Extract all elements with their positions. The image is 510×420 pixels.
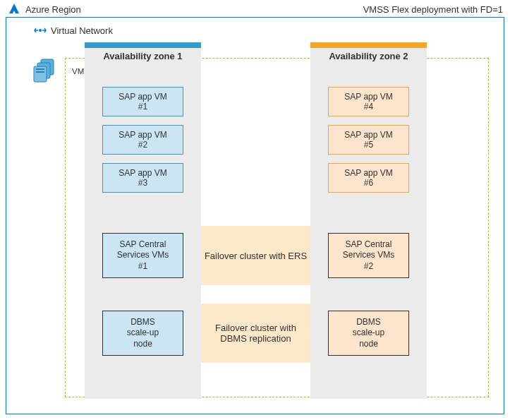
azure-logo-icon [7,2,21,16]
svg-point-0 [39,29,42,32]
dbms-node-2: DBMS scale-up node [328,311,409,356]
header-bar: Azure Region VMSS Flex deployment with F… [7,2,503,16]
vnet-icon [34,24,47,37]
sap-app-vm-2: SAP app VM #2 [102,125,183,155]
sap-app-vm-1: SAP app VM #1 [102,87,183,116]
sap-app-vm-5: SAP app VM #5 [328,125,409,155]
sap-central-services-1: SAP Central Services VMs #1 [102,233,183,278]
servers-icon [31,56,59,87]
azure-region-label: Azure Region [7,2,81,16]
failover-ers-label: Failover cluster with ERS [205,251,307,261]
vnet-text: Virtual Network [51,25,113,36]
sap-app-vm-3: SAP app VM #3 [102,163,183,193]
az1-headerbar [85,42,201,48]
deployment-text: VMSS Flex deployment with FD=1 [363,4,503,15]
virtual-network-label: Virtual Network [34,24,113,37]
failover-dbms-label: Failover cluster with DBMS replication [215,323,296,344]
svg-rect-4 [36,68,44,70]
region-text: Azure Region [25,4,81,15]
az1-title: Availability zone 1 [85,51,201,66]
sap-app-vm-6: SAP app VM #6 [328,163,409,193]
az2-headerbar [310,42,427,48]
dbms-node-1: DBMS scale-up node [102,311,183,356]
az2-title: Availability zone 2 [310,51,427,66]
sap-app-vm-4: SAP app VM #4 [328,87,409,116]
svg-rect-5 [36,71,44,73]
sap-central-services-2: SAP Central Services VMs #2 [328,233,409,278]
